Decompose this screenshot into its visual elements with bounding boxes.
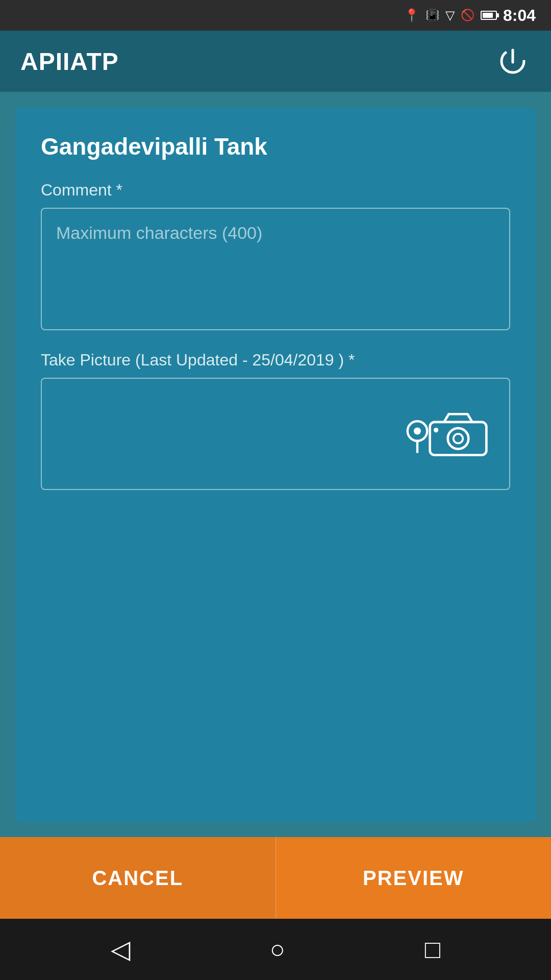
- bottom-buttons: CANCEL PREVIEW: [0, 837, 551, 919]
- svg-point-6: [448, 428, 469, 449]
- power-icon: [497, 46, 528, 77]
- main-content: Gangadevipalli Tank Comment * Take Pictu…: [0, 92, 551, 837]
- status-time: 8:04: [503, 6, 536, 25]
- picture-group: Take Picture (Last Updated - 25/04/2019 …: [41, 351, 510, 490]
- signal-icon: 🚫: [461, 9, 474, 22]
- location-icon: 📍: [404, 8, 419, 22]
- camera-icon: [428, 408, 489, 459]
- nav-bar: ◁ ○ □: [0, 919, 551, 980]
- svg-point-8: [434, 428, 438, 432]
- picture-label: Take Picture (Last Updated - 25/04/2019 …: [41, 351, 510, 370]
- back-icon[interactable]: ◁: [111, 935, 130, 964]
- cancel-button[interactable]: CANCEL: [0, 837, 276, 919]
- tank-title: Gangadevipalli Tank: [41, 133, 510, 160]
- comment-input[interactable]: [41, 208, 510, 330]
- camera-pin-icon: [402, 408, 489, 459]
- vibrate-icon: 📳: [425, 9, 439, 22]
- picture-button[interactable]: [41, 378, 510, 490]
- power-button[interactable]: [495, 43, 531, 79]
- comment-label: Comment *: [41, 181, 510, 200]
- app-bar: APIIATP: [0, 31, 551, 92]
- status-bar: 📍 📳 ▽ 🚫 8:04: [0, 0, 551, 31]
- comment-group: Comment *: [41, 181, 510, 330]
- app-title: APIIATP: [20, 47, 119, 76]
- wifi-icon: ▽: [445, 8, 455, 22]
- svg-point-3: [414, 428, 421, 435]
- preview-button[interactable]: PREVIEW: [276, 837, 552, 919]
- recents-icon[interactable]: □: [425, 935, 440, 964]
- form-card: Gangadevipalli Tank Comment * Take Pictu…: [15, 107, 536, 822]
- home-icon[interactable]: ○: [270, 935, 285, 964]
- battery-icon: [481, 11, 497, 20]
- status-icons: 📍 📳 ▽ 🚫 8:04: [404, 6, 536, 25]
- svg-point-7: [454, 434, 463, 443]
